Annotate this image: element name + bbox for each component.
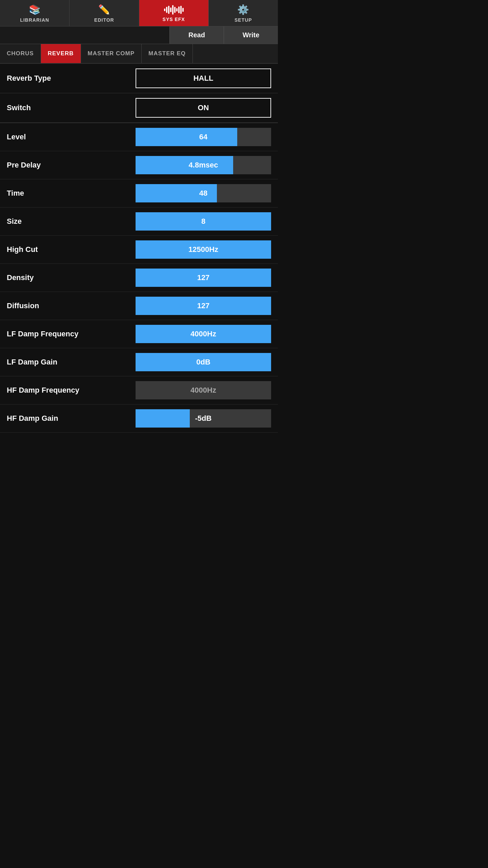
reverb-type-row: Reverb Type HALL [0,64,278,93]
books-icon: 📚 [29,4,41,15]
param-value-6[interactable]: 127 [136,297,271,315]
nav-editor[interactable]: ✏️ EDITOR [69,0,139,26]
read-button[interactable]: Read [169,26,224,44]
param-label-7: LF Damp Frequency [7,330,136,338]
gear-icon: ⚙️ [237,4,249,15]
nav-sys-efx-label: SYS EFX [163,17,185,22]
reverb-type-label: Reverb Type [7,74,136,83]
reverb-type-value[interactable]: HALL [136,68,271,88]
app-container: 📚 LIBRARIAN ✏️ EDITOR [0,0,278,433]
tab-master-eq[interactable]: MASTER EQ [142,44,193,63]
nav-librarian[interactable]: 📚 LIBRARIAN [0,0,69,26]
param-value-1[interactable]: 4.8msec [136,156,271,174]
rw-bar: Read Write [0,26,278,44]
content-area: Reverb Type HALL Switch ON Level64Pre De… [0,64,278,433]
param-row-5: Density127 [0,264,278,292]
param-row-2: Time48 [0,179,278,208]
nav-sys-efx[interactable]: SYS EFX [139,0,209,26]
param-label-3: Size [7,217,136,226]
param-value-0[interactable]: 64 [136,128,271,146]
param-label-9: HF Damp Frequency [7,386,136,395]
param-label-10: HF Damp Gain [7,414,136,423]
tab-chorus[interactable]: CHORUS [0,44,41,63]
param-label-1: Pre Delay [7,161,136,170]
param-value-9[interactable]: 4000Hz [136,381,271,399]
switch-row: Switch ON [0,93,278,123]
param-row-6: Diffusion127 [0,292,278,320]
tab-master-comp[interactable]: MASTER COMP [81,44,142,63]
param-row-9: HF Damp Frequency4000Hz [0,376,278,405]
param-rows: Level64Pre Delay4.8msecTime48Size8High C… [0,123,278,433]
param-row-8: LF Damp Gain0dB [0,348,278,376]
param-row-0: Level64 [0,123,278,151]
nav-setup-label: SETUP [235,17,252,23]
nav-librarian-label: LIBRARIAN [20,17,49,23]
param-value-10[interactable]: -5dB [136,409,271,428]
param-label-8: LF Damp Gain [7,358,136,367]
param-label-2: Time [7,189,136,198]
param-row-3: Size8 [0,208,278,236]
nav-setup[interactable]: ⚙️ SETUP [209,0,278,26]
param-value-5[interactable]: 127 [136,269,271,287]
param-label-5: Density [7,273,136,282]
param-row-7: LF Damp Frequency4000Hz [0,320,278,348]
write-button[interactable]: Write [224,26,278,44]
param-row-1: Pre Delay4.8msec [0,151,278,179]
param-value-7[interactable]: 4000Hz [136,325,271,343]
param-row-10: HF Damp Gain-5dB [0,405,278,433]
tab-bar: CHORUS REVERB MASTER COMP MASTER EQ [0,44,278,64]
param-row-4: High Cut12500Hz [0,236,278,264]
param-value-8[interactable]: 0dB [136,353,271,371]
param-label-0: Level [7,133,136,141]
param-value-3[interactable]: 8 [136,212,271,231]
nav-editor-label: EDITOR [94,17,114,23]
param-label-4: High Cut [7,245,136,254]
waveform-icon [164,5,184,15]
switch-label: Switch [7,103,136,112]
param-value-2[interactable]: 48 [136,184,271,202]
top-nav: 📚 LIBRARIAN ✏️ EDITOR [0,0,278,26]
tab-reverb[interactable]: REVERB [41,44,81,63]
param-label-6: Diffusion [7,301,136,310]
edit-icon: ✏️ [98,4,110,15]
switch-value[interactable]: ON [136,98,271,118]
param-value-4[interactable]: 12500Hz [136,240,271,259]
